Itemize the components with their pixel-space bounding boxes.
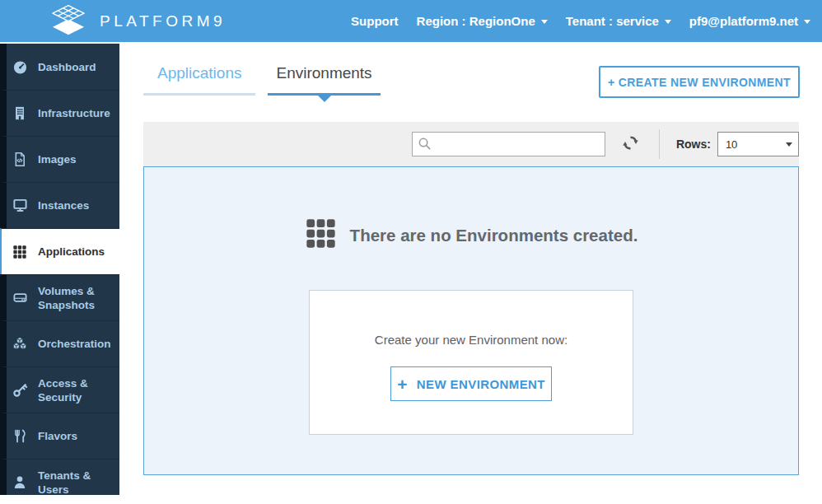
gauge-icon — [12, 58, 28, 75]
plus-icon: + — [397, 376, 408, 393]
sidebar-item-infrastructure[interactable]: Infrastructure — [0, 90, 119, 136]
tenant-dropdown-label: Tenant : service — [566, 14, 659, 28]
tenant-dropdown[interactable]: Tenant : service — [566, 14, 671, 28]
sidebar-item-label: Images — [38, 152, 116, 166]
support-link[interactable]: Support — [351, 14, 399, 28]
sidebar-item-label: Instances — [38, 198, 116, 212]
sidebar-item-label: Tenants & Users — [38, 469, 116, 496]
create-new-environment-button[interactable]: + CREATE NEW ENVIRONMENT — [599, 66, 800, 98]
new-environment-button[interactable]: + NEW ENVIRONMENT — [390, 366, 552, 401]
sidebar-item-images[interactable]: Images — [0, 136, 119, 182]
sidebar-item-flavors[interactable]: Flavors — [0, 413, 119, 459]
user-dropdown-label: pf9@platform9.net — [689, 14, 798, 28]
empty-state-title: There are no Environments created. — [350, 226, 638, 245]
grid-icon — [12, 244, 28, 260]
sidebar-item-label: Volumes & Snapshots — [38, 284, 116, 312]
active-tab-pointer-icon — [318, 96, 331, 102]
sidebar-item-applications[interactable]: Applications — [0, 228, 119, 274]
user-dropdown[interactable]: pf9@platform9.net — [689, 14, 810, 28]
sidebar: Dashboard Infrastructure — [0, 44, 119, 495]
rows-label: Rows: — [676, 138, 711, 151]
tab-environments[interactable]: Environments — [268, 64, 380, 96]
table-toolbar: Rows: 10 — [143, 122, 799, 166]
building-icon — [12, 105, 28, 122]
topbar-menu: Support Region : RegionOne Tenant : serv… — [333, 14, 810, 28]
region-dropdown[interactable]: Region : RegionOne — [417, 14, 548, 28]
create-environment-prompt: Create your new Environment now: — [310, 333, 633, 347]
sidebar-item-instances[interactable]: Instances — [0, 182, 119, 228]
caret-down-icon — [541, 20, 548, 24]
sidebar-item-label: Access & Security — [38, 376, 116, 404]
monitor-icon — [12, 198, 28, 214]
search-input[interactable] — [412, 132, 605, 156]
toolbar-divider — [659, 129, 660, 159]
caret-down-icon — [804, 20, 810, 24]
sidebar-item-dashboard[interactable]: Dashboard — [0, 44, 119, 90]
drive-icon — [12, 290, 28, 306]
search-icon — [418, 137, 432, 154]
sidebar-item-access-security[interactable]: Access & Security — [0, 366, 119, 413]
cubes-icon — [12, 336, 28, 352]
topbar: PLATFORM9 Support Region : RegionOne Ten… — [0, 0, 822, 42]
cutlery-icon — [12, 428, 28, 445]
environments-panel: There are no Environments created. Creat… — [143, 166, 799, 475]
sidebar-item-label: Infrastructure — [38, 106, 116, 120]
search-box — [412, 132, 605, 156]
sidebar-item-tenants-users[interactable]: Tenants & Users — [0, 459, 119, 495]
tab-environments-label: Environments — [276, 64, 371, 82]
file-code-icon — [12, 152, 28, 168]
logo-text: PLATFORM9 — [100, 12, 226, 30]
platform9-logo-icon — [47, 3, 90, 40]
new-environment-button-label: NEW ENVIRONMENT — [417, 377, 545, 391]
sidebar-item-label: Orchestration — [38, 337, 116, 351]
create-environment-card: Create your new Environment now: + NEW E… — [309, 290, 633, 435]
tab-applications[interactable]: Applications — [143, 64, 255, 96]
rows-select-wrap: 10 — [717, 132, 799, 156]
rows-select[interactable]: 10 — [717, 132, 799, 156]
platform9-logo[interactable]: PLATFORM9 — [47, 3, 226, 40]
key-icon — [12, 382, 28, 399]
sidebar-item-label: Dashboard — [38, 60, 116, 74]
sidebar-item-orchestration[interactable]: Orchestration — [0, 320, 119, 366]
sidebar-item-volumes-snapshots[interactable]: Volumes & Snapshots — [0, 274, 119, 320]
caret-down-icon — [665, 20, 671, 24]
environments-grid-icon — [305, 217, 337, 253]
sidebar-item-label: Applications — [38, 245, 116, 259]
region-dropdown-label: Region : RegionOne — [417, 14, 535, 28]
refresh-button[interactable] — [620, 133, 641, 156]
user-icon — [12, 474, 28, 491]
sidebar-item-label: Flavors — [38, 429, 116, 443]
tab-bar: Applications Environments — [143, 64, 381, 96]
empty-state-header: There are no Environments created. — [144, 217, 798, 253]
